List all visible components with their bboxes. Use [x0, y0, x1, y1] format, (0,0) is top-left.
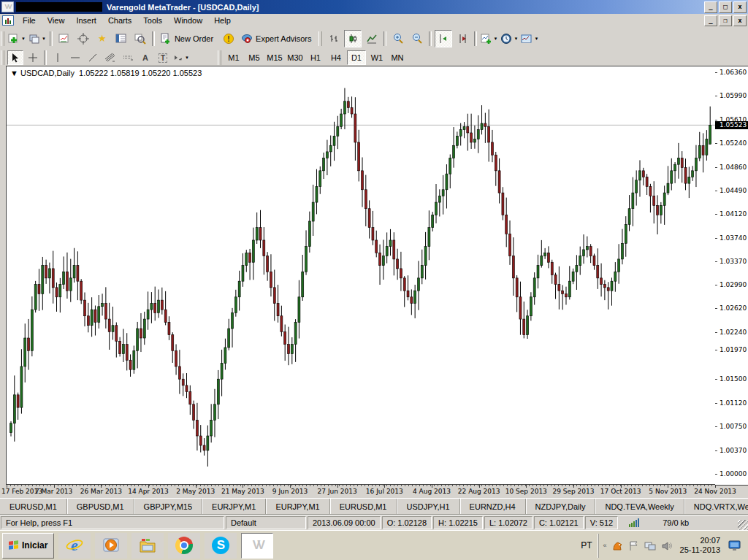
text-label-button[interactable]: T [155, 50, 171, 65]
crosshair-button[interactable] [25, 50, 41, 65]
start-button[interactable]: Iniciar [2, 533, 54, 559]
terminal-button[interactable] [112, 30, 130, 47]
metaeditor-alert-button[interactable]: ! [220, 30, 237, 47]
chart-tab[interactable]: EURJPY,M1 [202, 499, 266, 515]
timeframe-m5-button[interactable]: M5 [245, 50, 264, 65]
fibonacci-button[interactable] [102, 50, 118, 65]
candle [558, 284, 560, 291]
cursor-button[interactable] [7, 50, 23, 65]
svg-text:e: e [71, 536, 78, 554]
taskbar-media-player-button[interactable] [95, 533, 127, 559]
hide-icons-chevron[interactable]: « [603, 542, 607, 549]
expert-advisors-button[interactable]: Expert Advisors [239, 30, 316, 47]
show-desktop-icon[interactable] [728, 540, 741, 551]
candle [284, 331, 286, 344]
network-icon[interactable] [644, 540, 656, 551]
market-watch-button[interactable] [56, 30, 73, 47]
timeframe-w1-button[interactable]: W1 [367, 50, 386, 65]
data-window-button[interactable] [75, 30, 92, 47]
chart-window-icon[interactable] [2, 15, 14, 26]
chart-tab[interactable]: USDJPY,H1 [397, 499, 460, 515]
new-chart-button[interactable]: ▼ [7, 30, 26, 47]
templates-button[interactable]: ▼ [520, 30, 539, 47]
minimize-button[interactable]: _ [704, 1, 717, 13]
timeframe-m30-button[interactable]: M30 [286, 50, 305, 65]
chart-tab[interactable]: NDQ.VRTX,Weekly [684, 499, 748, 515]
taskbar-ie-button[interactable]: e [58, 533, 91, 559]
child-close-button[interactable]: x [733, 15, 747, 26]
horizontal-line-button[interactable] [67, 50, 83, 65]
periods-button[interactable]: ▼ [500, 30, 519, 47]
trendline-button[interactable] [85, 50, 101, 65]
strategy-tester-button[interactable] [131, 30, 149, 47]
chart-tab[interactable]: EURJPY,M1 [266, 499, 329, 515]
menu-insert[interactable]: Insert [70, 15, 102, 26]
toolbar-grip[interactable] [1, 31, 4, 46]
status-profile[interactable]: Default [226, 516, 306, 529]
chart-shift-button[interactable] [454, 30, 471, 47]
standard-toolbar: ▼ ▼ ★ New Order ! [0, 27, 748, 50]
status-bar-time: 2013.06.09 00:00 [308, 516, 381, 529]
candle [428, 228, 430, 247]
candlestick-chart-type-button[interactable] [344, 30, 362, 47]
chart-tab[interactable]: NDQ.TEVA,Weekly [595, 499, 684, 515]
channel-button[interactable] [120, 50, 136, 65]
candle [221, 364, 223, 380]
menu-tools[interactable]: Tools [137, 15, 168, 26]
tray-clock[interactable]: 20:07 25-11-2013 [677, 536, 723, 555]
security-flag-icon[interactable] [628, 540, 639, 551]
timeframe-m15-button[interactable]: M15 [265, 50, 284, 65]
menu-file[interactable]: File [17, 15, 42, 26]
text-button[interactable]: A [137, 50, 153, 65]
chart-tab[interactable]: EURUSD,M1 [0, 499, 67, 515]
chart-tab[interactable]: GBPUSD,M1 [67, 499, 134, 515]
chart-tab[interactable]: EURNZD,H4 [460, 499, 526, 515]
volume-icon[interactable] [661, 540, 672, 551]
chart-tab[interactable]: EURUSD,M1 [330, 499, 397, 515]
taskbar-explorer-button[interactable] [131, 533, 164, 559]
zoom-out-button[interactable] [408, 30, 426, 47]
timeframe-h4-button[interactable]: H4 [327, 50, 346, 65]
bar-chart-type-button[interactable] [325, 30, 343, 47]
menu-help[interactable]: Help [208, 15, 237, 26]
navigator-button[interactable]: ★ [94, 30, 111, 47]
close-button[interactable]: x [733, 1, 747, 13]
date-axis[interactable]: 17 Feb 20137 Mar 201326 Mar 201314 Apr 2… [0, 485, 748, 498]
candle [203, 445, 205, 450]
menu-window[interactable]: Window [168, 15, 208, 26]
maximize-button[interactable]: □ [719, 1, 732, 13]
toolbar-grip[interactable] [218, 50, 221, 65]
chart-tab[interactable]: NZDJPY,Daily [526, 499, 596, 515]
resize-grip[interactable] [738, 520, 748, 530]
taskbar-metatrader-button[interactable]: VV [241, 533, 273, 559]
timeframe-h1-button[interactable]: H1 [306, 50, 325, 65]
child-minimize-button[interactable]: _ [704, 15, 717, 26]
auto-scroll-button[interactable] [435, 30, 452, 47]
zoom-in-button[interactable] [389, 30, 407, 47]
timeframe-mn-button[interactable]: MN [388, 50, 407, 65]
chevron-down-icon: ▼ [494, 37, 498, 41]
indicators-button[interactable]: ▼ [480, 30, 499, 47]
arrows-button[interactable]: ▼ [172, 50, 190, 65]
chart-tab[interactable]: GBPJPY,M15 [134, 499, 202, 515]
profiles-button[interactable]: ▼ [28, 30, 47, 47]
timeframe-d1-button[interactable]: D1 [347, 50, 366, 65]
taskbar-skype-button[interactable]: S [205, 533, 237, 559]
chart-area: ▼ USDCAD,Daily 1.05222 1.05819 1.05220 1… [0, 66, 748, 498]
language-indicator[interactable]: PT [575, 540, 598, 551]
tray-app-icon[interactable] [612, 540, 623, 551]
toolbar-grip[interactable] [318, 31, 322, 46]
candle [589, 247, 592, 256]
candle [119, 341, 121, 353]
child-restore-button[interactable]: ❐ [719, 15, 732, 26]
vertical-line-button[interactable] [50, 50, 66, 65]
taskbar-chrome-button[interactable] [168, 533, 200, 559]
price-axis[interactable]: 1.063601.059901.056101.052401.048601.044… [715, 66, 748, 486]
menu-view[interactable]: View [42, 15, 71, 26]
new-order-button[interactable]: New Order [158, 30, 218, 47]
menu-charts[interactable]: Charts [102, 15, 137, 26]
line-chart-type-button[interactable] [363, 30, 381, 47]
toolbar-grip[interactable] [1, 50, 4, 65]
timeframe-m1-button[interactable]: M1 [224, 50, 243, 65]
candlestick-plot[interactable]: ▼ USDCAD,Daily 1.05222 1.05819 1.05220 1… [6, 66, 716, 485]
